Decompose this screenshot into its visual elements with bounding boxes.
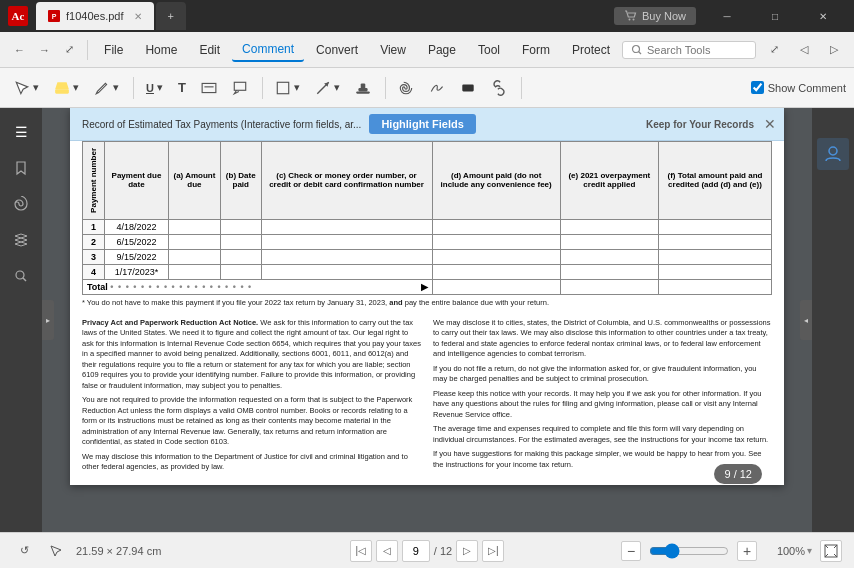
toolbar-btn-nav-back[interactable]: ◁ (792, 38, 816, 62)
fit-page-btn[interactable] (820, 540, 842, 562)
row-2-b[interactable] (220, 234, 261, 249)
new-tab-btn[interactable]: + (156, 2, 186, 30)
row-4-c[interactable] (261, 264, 432, 279)
sidebar-icon-bookmark[interactable] (5, 152, 37, 184)
total-f[interactable] (658, 279, 771, 294)
zoom-dropdown-icon[interactable]: ▾ (807, 545, 812, 556)
right-sidebar-icon[interactable] (817, 138, 849, 170)
text-btn[interactable]: T (172, 77, 192, 98)
row-2-f[interactable] (658, 234, 771, 249)
close-btn[interactable]: ✕ (800, 2, 846, 30)
attach-btn[interactable] (392, 77, 420, 99)
row-2-e[interactable] (560, 234, 658, 249)
row-4-b[interactable] (220, 264, 261, 279)
search-box[interactable] (622, 41, 756, 59)
row-4-date[interactable]: 1/17/2023* (105, 264, 169, 279)
toolbar-btn-back[interactable]: ← (8, 38, 31, 62)
toolbar-btn-expand[interactable]: ⤢ (58, 38, 81, 62)
show-comment-checkbox[interactable] (751, 81, 764, 94)
select-tool-btn[interactable]: ▾ (8, 77, 45, 99)
row-1-c[interactable] (261, 219, 432, 234)
show-comment-label[interactable]: Show Comment (751, 81, 846, 94)
menu-file[interactable]: File (94, 39, 133, 61)
menu-form[interactable]: Form (512, 39, 560, 61)
svg-rect-14 (356, 91, 370, 93)
row-3-c[interactable] (261, 249, 432, 264)
sidebar-icon-attach[interactable] (5, 188, 37, 220)
menu-comment[interactable]: Comment (232, 38, 304, 62)
status-center: |◁ ◁ / 12 ▷ ▷| (350, 540, 504, 562)
text-box-btn[interactable] (195, 77, 223, 99)
row-4-a[interactable] (168, 264, 220, 279)
collapse-right-handle[interactable]: ◂ (800, 300, 812, 340)
row-4-d[interactable] (432, 264, 560, 279)
total-row: Total • • • • • • • • • • • • • • • • • … (83, 279, 772, 294)
toolbar-btn-external[interactable]: ⤢ (762, 38, 786, 62)
menu-view[interactable]: View (370, 39, 416, 61)
row-1-b[interactable] (220, 219, 261, 234)
prev-page-btn[interactable]: ◁ (376, 540, 398, 562)
buy-now-btn[interactable]: Buy Now (614, 7, 696, 25)
menu-edit[interactable]: Edit (189, 39, 230, 61)
row-4-e[interactable] (560, 264, 658, 279)
signature-btn[interactable] (423, 77, 451, 99)
menu-convert[interactable]: Convert (306, 39, 368, 61)
sidebar-icon-menu[interactable]: ☰ (5, 116, 37, 148)
tab-close-icon[interactable]: ✕ (134, 11, 142, 22)
arrow-btn[interactable]: ▾ (309, 77, 346, 99)
row-4-f[interactable] (658, 264, 771, 279)
row-2-d[interactable] (432, 234, 560, 249)
rotate-left-btn[interactable]: ↺ (12, 539, 36, 563)
sidebar-icon-search[interactable] (5, 260, 37, 292)
text-icon: T (178, 80, 186, 95)
row-2-c[interactable] (261, 234, 432, 249)
underline-btn[interactable]: U▾ (140, 78, 169, 97)
row-1-f[interactable] (658, 219, 771, 234)
zoom-in-btn[interactable]: + (737, 541, 757, 561)
menu-home[interactable]: Home (135, 39, 187, 61)
zoom-slider[interactable] (649, 543, 729, 559)
row-2-date[interactable]: 6/15/2022 (105, 234, 169, 249)
row-3-d[interactable] (432, 249, 560, 264)
row-3-b[interactable] (220, 249, 261, 264)
row-3-date[interactable]: 9/15/2022 (105, 249, 169, 264)
toolbar-btn-forward[interactable]: → (33, 38, 56, 62)
menu-protect[interactable]: Protect (562, 39, 620, 61)
menu-page[interactable]: Page (418, 39, 466, 61)
link-btn[interactable] (485, 77, 513, 99)
search-input[interactable] (647, 44, 747, 56)
shape-btn[interactable]: ▾ (269, 77, 306, 99)
row-3-e[interactable] (560, 249, 658, 264)
callout-btn[interactable] (226, 77, 254, 99)
maximize-btn[interactable]: □ (752, 2, 798, 30)
row-1-date[interactable]: 4/18/2022 (105, 219, 169, 234)
page-input[interactable] (402, 540, 430, 562)
highlight-fields-btn[interactable]: Highlight Fields (369, 114, 476, 134)
select-mode-btn[interactable] (44, 539, 68, 563)
row-1-d[interactable] (432, 219, 560, 234)
first-page-btn[interactable]: |◁ (350, 540, 372, 562)
menu-tool[interactable]: Tool (468, 39, 510, 61)
row-1-e[interactable] (560, 219, 658, 234)
next-page-btn[interactable]: ▷ (456, 540, 478, 562)
row-1-a[interactable] (168, 219, 220, 234)
banner-close-btn[interactable]: ✕ (764, 116, 776, 132)
payment-header-text: Payment number (87, 144, 100, 217)
pen-tool-btn[interactable]: ▾ (88, 77, 125, 99)
last-page-btn[interactable]: ▷| (482, 540, 504, 562)
total-e[interactable] (560, 279, 658, 294)
redact-btn[interactable] (454, 77, 482, 99)
legal-col2-p4: The average time and expenses required t… (433, 424, 772, 445)
active-tab[interactable]: P f1040es.pdf ✕ (36, 2, 154, 30)
sidebar-icon-layers[interactable] (5, 224, 37, 256)
highlight-tool-btn[interactable]: ▾ (48, 77, 85, 99)
row-3-a[interactable] (168, 249, 220, 264)
total-d[interactable] (432, 279, 560, 294)
row-3-f[interactable] (658, 249, 771, 264)
minimize-btn[interactable]: ─ (704, 2, 750, 30)
row-2-a[interactable] (168, 234, 220, 249)
zoom-out-btn[interactable]: − (621, 541, 641, 561)
row-num-1: 1 (83, 219, 105, 234)
stamp-btn[interactable] (349, 77, 377, 99)
toolbar-btn-nav-fwd[interactable]: ▷ (822, 38, 846, 62)
